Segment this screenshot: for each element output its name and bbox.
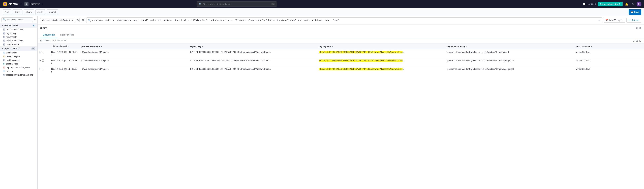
field-search-input[interactable] bbox=[6, 18, 32, 21]
row-process-executable: C:\Windows\system32\reg.exe bbox=[80, 58, 188, 66]
field-name: process.executable bbox=[6, 28, 23, 31]
sidebar-popular-field-item[interactable]: # destination.port bbox=[0, 54, 37, 58]
app-chevron-icon[interactable]: ▾ bbox=[42, 3, 43, 5]
popular-fields-count: 10 bbox=[31, 48, 35, 50]
sidebar-popular-field-item[interactable]: ◎ destination.ip bbox=[0, 62, 37, 66]
col-registry-path[interactable]: registry.path ▾ bbox=[317, 44, 446, 49]
sidebar-popular-field-item[interactable]: t url.path bbox=[0, 69, 37, 73]
tab-documents[interactable]: Documents bbox=[40, 32, 58, 38]
save-button[interactable]: 💾 Save bbox=[628, 10, 641, 15]
row-expand-button[interactable]: ▶ bbox=[40, 51, 41, 53]
field-type-badge: t bbox=[3, 52, 5, 54]
live-chat-icon: 💬 bbox=[583, 3, 586, 5]
row-registry-path: HKU\S-1-5-21-496623566-3188632801-194796… bbox=[317, 66, 446, 75]
row-timestamp: Nov 12, 2023 @ 21:53:06.510 bbox=[49, 58, 80, 66]
live-chat-button[interactable]: 💬 Live Chat bbox=[583, 3, 596, 5]
row-expand-button[interactable]: ▶ bbox=[40, 59, 41, 62]
columns-button[interactable]: ⊞ Columns bbox=[40, 40, 50, 42]
col-timestamp[interactable]: ↓ @timestamp ⓘ ▾ bbox=[49, 44, 80, 49]
refresh-button[interactable]: ↻ Refresh bbox=[626, 18, 641, 22]
selected-fields-section-header[interactable]: ▾ Selected fields 5 bbox=[0, 23, 37, 28]
field-search-input-wrap[interactable]: 🔍 bbox=[1, 18, 33, 22]
row-checkbox[interactable] bbox=[42, 68, 44, 70]
selected-fields-chevron: ▾ bbox=[2, 25, 3, 26]
new-button[interactable]: New bbox=[3, 10, 12, 15]
query-bar: .alerts-security.alerts-default,ap... ▾ … bbox=[38, 16, 644, 24]
selected-fields-count: 5 bbox=[32, 24, 35, 27]
hamburger-menu[interactable]: ☰ bbox=[20, 2, 22, 6]
popular-fields-help-icon: ⓘ bbox=[18, 47, 20, 50]
query-input[interactable] bbox=[92, 19, 597, 22]
row-registry-data-strings: powershell.exe -WindowStyle hidden -file… bbox=[446, 58, 574, 66]
full-screen-icon[interactable]: ⊡ bbox=[632, 40, 634, 42]
settings-icon[interactable]: ⚙ bbox=[639, 26, 641, 30]
svg-point-2 bbox=[4, 3, 6, 4]
inspect-button[interactable]: Inspect bbox=[46, 10, 58, 15]
col-host-hostname[interactable]: host.hostname ▾ bbox=[574, 44, 644, 49]
sidebar-popular-field-item[interactable]: t event.action bbox=[0, 51, 37, 54]
sidebar-field-item[interactable]: k host.hostname bbox=[0, 42, 37, 46]
page-toolbar: New Open Share Alerts Inspect 💾 Save bbox=[0, 8, 644, 16]
global-search-input[interactable] bbox=[203, 3, 270, 5]
col-hostname-sort[interactable]: ▾ bbox=[591, 46, 592, 48]
results-toolbar-icons: ⊞ ⚙ bbox=[636, 26, 641, 30]
setup-guide-button[interactable]: Setup guide: step 1 bbox=[598, 2, 622, 6]
popular-fields-section-header[interactable]: ▾ Popular fields ⓘ 10 bbox=[0, 46, 37, 51]
elastic-logo[interactable]: elastic bbox=[3, 2, 18, 6]
col-timestamp-sort[interactable]: ▾ bbox=[68, 46, 69, 47]
row-registry-key: S-1-5-21-496623566-3188632801-1947967737… bbox=[188, 66, 317, 75]
row-checkbox[interactable] bbox=[42, 51, 44, 53]
open-button[interactable]: Open bbox=[13, 10, 22, 15]
column-settings-icon[interactable]: ⊞ bbox=[636, 40, 638, 42]
table-header-row: ↓ @timestamp ⓘ ▾ process.executable ▾ re… bbox=[38, 44, 644, 49]
row-timestamp: Nov 12, 2023 @ 21:27:19.095 bbox=[49, 66, 80, 75]
tab-field-statistics[interactable]: Field statistics bbox=[58, 32, 76, 38]
sidebar-popular-field-item[interactable]: k host.hostname bbox=[0, 58, 37, 62]
sidebar-popular-field-item[interactable]: # http.response.status_code bbox=[0, 66, 37, 69]
filter-button[interactable]: ⊕ bbox=[76, 18, 80, 22]
table-icons: ⊡ ⊞ ⊟ bbox=[632, 40, 641, 42]
col-regkey-sort[interactable]: ▾ bbox=[202, 46, 203, 48]
row-checkbox[interactable] bbox=[42, 59, 44, 62]
share-button[interactable]: Share bbox=[24, 10, 34, 15]
row-process-executable: C:\Windows\system32\reg.exe bbox=[80, 66, 188, 75]
date-range-picker[interactable]: 📅 Last 90 days ▾ bbox=[604, 18, 625, 22]
search-kbd-hint: ⌘/ bbox=[271, 3, 275, 5]
inspector-icon[interactable]: ⊞ bbox=[636, 26, 638, 30]
row-registry-data-strings: powershell.exe -WindowStyle hidden -file… bbox=[446, 66, 574, 75]
filter-options-button[interactable]: ⚙ bbox=[81, 18, 85, 22]
row-registry-key: S-1-5-21-496623566-3188632801-1947967737… bbox=[188, 58, 317, 66]
field-name: destination.ip bbox=[6, 63, 18, 65]
query-input-wrap[interactable]: 🔍 ✕ bbox=[86, 18, 602, 23]
notifications-icon[interactable]: 🔔 bbox=[624, 2, 628, 6]
filter-icon[interactable]: ⚙ bbox=[34, 18, 36, 21]
global-search-bar[interactable]: 🔍 ⌘/ bbox=[196, 1, 277, 7]
col-regdata-sort[interactable]: ▾ bbox=[468, 46, 468, 48]
col-process-executable[interactable]: process.executable ▾ bbox=[80, 44, 188, 49]
table-row: ▶ Nov 12, 2023 @ 21:53:06.557 C:\Windows… bbox=[38, 49, 644, 58]
col-registry-key[interactable]: registry.key ▾ bbox=[188, 44, 317, 49]
index-selector[interactable]: .alerts-security.alerts-default,ap... ▾ bbox=[40, 18, 74, 22]
col-process-sort[interactable]: ▾ bbox=[101, 46, 102, 48]
alerts-button[interactable]: Alerts bbox=[35, 10, 45, 15]
sidebar-field-item[interactable]: k process.executable bbox=[0, 28, 37, 32]
sidebar-field-item[interactable]: k registry.data.strings bbox=[0, 39, 37, 42]
field-search-icon: 🔍 bbox=[3, 18, 6, 21]
col-registry-data-strings[interactable]: registry.data.strings ▾ bbox=[446, 44, 574, 49]
row-expand-button[interactable]: ▶ bbox=[40, 68, 41, 70]
col-regpath-sort[interactable]: ▾ bbox=[332, 46, 333, 48]
sidebar-field-item[interactable]: k registry.key bbox=[0, 32, 37, 35]
user-avatar[interactable]: CH bbox=[637, 2, 641, 6]
toolbar-right: 💾 Save bbox=[628, 10, 641, 15]
sidebar-popular-field-item[interactable]: k process.parent.command_line bbox=[0, 73, 37, 77]
settings-icon[interactable]: ⚙ bbox=[630, 2, 634, 6]
row-action-cell: ▶ bbox=[38, 58, 49, 66]
display-settings-icon[interactable]: ⊟ bbox=[639, 40, 641, 42]
query-clear-icon[interactable]: ✕ bbox=[598, 18, 600, 22]
row-action-cell: ▶ bbox=[38, 66, 49, 75]
field-type-badge: # bbox=[3, 55, 5, 58]
info-icon: ⓘ bbox=[65, 45, 67, 48]
sort-button[interactable]: ⇅ 1 field sorted bbox=[52, 40, 66, 42]
sidebar-field-item[interactable]: k registry.path bbox=[0, 35, 37, 39]
row-action-cell: ▶ bbox=[38, 49, 49, 58]
